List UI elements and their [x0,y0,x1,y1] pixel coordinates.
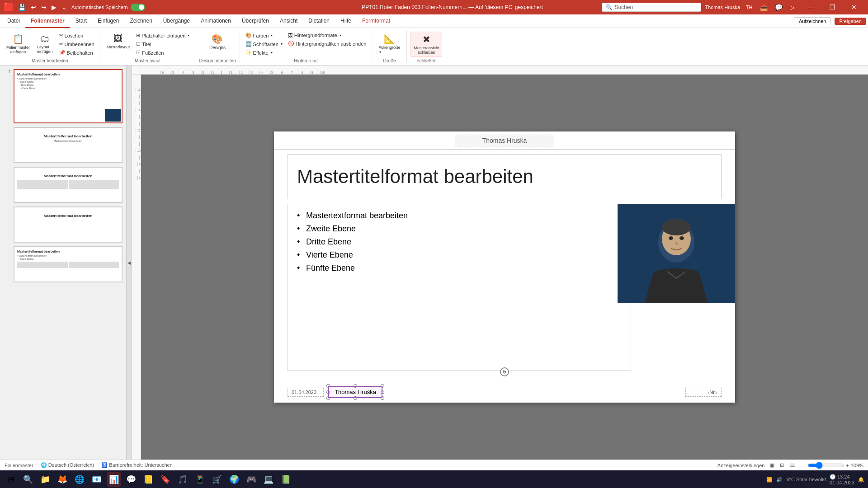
slide-thumb-2[interactable]: Mastertitelformat bearbeiten Mastertextf… [4,127,123,163]
group-master-bearbeiten: 📋 Folienmastereinfügen 🗂 Layouteinfügen … [0,30,100,63]
taskbar-windows-button[interactable]: ⊞ [4,472,18,487]
present-mode-icon[interactable]: ▷ [788,3,797,12]
titel-checkbox[interactable]: ☐ Titel [134,40,191,48]
platzhalter-button[interactable]: ⊞ Platzhalter einfügen ▾ [134,32,191,39]
autosave-label: Automatisches Speichern [71,5,128,10]
taskbar-outlook[interactable]: 📧 [90,472,104,487]
taskbar-store[interactable]: 🛒 [210,472,224,487]
tab-datei[interactable]: Datei [2,14,25,28]
comments-icon[interactable]: 💬 [773,3,784,12]
taskbar-firefox[interactable]: 🦊 [55,472,70,487]
zoom-in-button[interactable]: + [846,463,849,468]
bullet-4: Vierte Ebene [297,250,622,260]
present-button[interactable]: ▶ [50,3,58,12]
designs-button[interactable]: 🎨 Designs [207,32,228,52]
taskbar-powerpoint[interactable]: 📊 [107,472,121,487]
beibehalten-button[interactable]: 📌 Beibehalten [57,49,96,56]
effekte-button[interactable]: ✨ Effekte ▾ [244,49,284,56]
user-avatar[interactable]: TH [744,2,755,13]
slide-thumb-5[interactable]: Mastertitelformat bearbeiten • Mastertex… [4,246,123,282]
slide-img-1[interactable]: Mastertitelformat bearbeiten • Mastertex… [14,69,123,123]
taskbar-search[interactable]: 🔍 [21,472,35,487]
hintergrundformate-button[interactable]: 🖼 Hintergrundformate ▾ [286,32,368,39]
masteransicht-schliessen-button[interactable]: ✖ Masteransichtschließen [410,32,442,57]
redo-button[interactable]: ↪ [39,3,48,12]
slide-img-2[interactable]: Mastertitelformat bearbeiten Mastertextf… [14,127,123,163]
schriftarten-button[interactable]: 🔤 Schriftarten ▾ [244,40,284,48]
taskbar-teams[interactable]: 💬 [124,472,138,487]
tab-zeichnen[interactable]: Zeichnen [124,14,157,28]
slide-thumb-3[interactable]: Mastertitelformat bearbeiten [4,167,123,203]
view-reading-icon[interactable]: 📖 [789,462,796,468]
undo-button[interactable]: ↩ [29,3,38,12]
taskbar-phone[interactable]: 📱 [193,472,207,487]
layout-einfuegen-button[interactable]: 🗂 Layouteinfügen [34,32,56,56]
ruler-vertical: │16││ │14││ │12││ │10│ │8│ │6 [132,75,141,460]
footer-name-container[interactable]: Thomas Hruška [328,386,382,398]
title-bar-left: 🟥 💾 ↩ ↪ ▶ ⌄ Automatisches Speichern [4,2,303,12]
taskbar-excel[interactable]: 📗 [278,472,293,487]
farben-button[interactable]: 🎨 Farben ▾ [244,32,284,39]
zoom-out-button[interactable]: — [801,463,806,468]
footer-page: ‹Nr.› [685,388,722,397]
restore-button[interactable]: ❐ [822,0,843,14]
tab-ueberpruefen[interactable]: Überprüfen [236,14,274,28]
tab-animationen[interactable]: Animationen [195,14,236,28]
slide-content-area[interactable]: Mastertextformat bearbeiten Zweite Ebene… [288,204,631,371]
footer-date: 01.04.2023 [288,388,324,397]
taskbar-globe[interactable]: 🌍 [227,472,241,487]
tab-formformat[interactable]: Formformat [357,14,396,28]
masterlayout-button[interactable]: 🖼 Masterlayout [104,32,133,51]
panel-collapse-handle[interactable]: ◀ [127,66,132,460]
hintergrundgrafiken-button[interactable]: 🚫 Hintergrundgrafiken ausblenden [286,40,368,47]
slide-header: Thomas Hruska [274,131,735,150]
zoom-level[interactable]: 109% [851,463,863,468]
freigeben-button[interactable]: Freigeben [835,18,866,25]
loeschen-button[interactable]: ✂ Löschen [57,32,96,39]
taskbar-bookmark[interactable]: 🔖 [158,472,173,487]
group-masterlayout: 🖼 Masterlayout ⊞ Platzhalter einfügen ▾ … [100,30,196,63]
status-accessibility[interactable]: ♿ Barrierefreiheit: Untersuchen [101,462,173,468]
slide-title-area[interactable]: Mastertitelformat bearbeiten [288,154,722,199]
rotate-handle[interactable]: ↻ [500,367,509,376]
taskbar-files[interactable]: 📁 [38,472,52,487]
tab-hilfe[interactable]: Hilfe [335,14,357,28]
tab-einfuegen[interactable]: Einfügen [92,14,124,28]
close-button[interactable]: ✕ [844,0,864,14]
aufzeichnen-button[interactable]: Aufzeichnen [794,17,831,25]
minimize-button[interactable]: — [800,0,821,14]
slide-img-4[interactable]: Mastertitelformat bearbeiten [14,206,123,243]
more-quick-access[interactable]: ⌄ [60,3,69,12]
slide-thumb-1[interactable]: 1 Mastertitelformat bearbeiten • Mastert… [4,69,123,123]
folienmaster-einfuegen-button[interactable]: 📋 Folienmastereinfügen [4,32,33,56]
taskbar-chrome[interactable]: 🌐 [72,472,87,487]
view-normal-icon[interactable]: ▣ [770,462,774,468]
display-settings[interactable]: Anzeigeeinstellungen [717,463,765,468]
taskbar-onenote[interactable]: 📒 [141,472,156,487]
view-grid-icon[interactable]: ⊞ [780,462,784,468]
taskbar-edge[interactable]: 💻 [261,472,276,487]
platzhalter-icon: ⊞ [136,33,140,38]
tab-folienmaster[interactable]: Folienmaster [25,14,70,28]
fusszeilen-checkbox[interactable]: ☑ Fußzeilen [134,49,191,56]
tab-dictation[interactable]: Dictation [303,14,335,28]
tab-uebergaenge[interactable]: Übergänge [158,14,195,28]
zoom-slider[interactable] [808,462,844,469]
tab-start[interactable]: Start [70,14,92,28]
search-bar[interactable]: 🔍 Suchen [602,3,701,12]
slide-img-3[interactable]: Mastertitelformat bearbeiten [14,167,123,203]
slide-img-5[interactable]: Mastertitelformat bearbeiten • Mastertex… [14,246,123,282]
taskbar-game[interactable]: 🎮 [244,472,259,487]
phone-icon: 📱 [195,474,205,484]
status-bar: Folienmaster 🌐 Deutsch (Österreich) ♿ Ba… [0,460,868,470]
share-icon[interactable]: 📤 [758,3,769,12]
save-button[interactable]: 💾 [16,3,28,12]
umbenennen-button[interactable]: ✏ Umbenennen [57,40,96,48]
foliengroesse-button[interactable]: 📐 Foliengröße▾ [376,32,403,56]
taskbar-notification[interactable]: 🔔 [858,477,864,483]
language-icon: 🌐 [41,462,47,468]
slide-thumb-4[interactable]: Mastertitelformat bearbeiten [4,206,123,243]
tab-ansicht[interactable]: Ansicht [274,14,303,28]
autosave-toggle[interactable] [131,4,145,11]
taskbar-music[interactable]: 🎵 [175,472,190,487]
